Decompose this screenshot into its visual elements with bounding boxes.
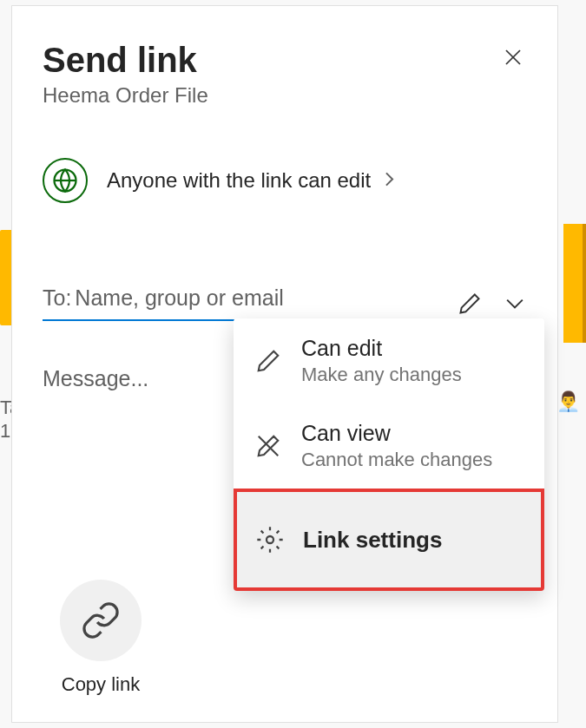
dropdown-text: Can edit Make any changes	[301, 336, 462, 386]
globe-icon-wrap	[43, 158, 88, 203]
dropdown-item-title: Can edit	[301, 336, 462, 361]
background-folder-right	[563, 224, 586, 343]
copy-link-button[interactable]	[60, 580, 142, 661]
dropdown-text: Can view Cannot make changes	[301, 421, 492, 471]
dropdown-item-title: Link settings	[303, 527, 442, 554]
dropdown-item-can-view[interactable]: Can view Cannot make changes	[234, 403, 544, 489]
copy-link-label: Copy link	[62, 673, 140, 696]
pencil-icon	[458, 292, 482, 316]
dropdown-item-link-settings[interactable]: Link settings	[234, 489, 544, 591]
dialog-header: Send link Heema Order File	[12, 41, 557, 108]
dropdown-item-can-edit[interactable]: Can edit Make any changes	[234, 318, 544, 403]
chevron-down-icon	[505, 298, 524, 310]
to-label: To:	[43, 285, 71, 311]
copy-link-section: Copy link	[60, 580, 142, 696]
link-icon	[81, 600, 121, 640]
edit-permission-button[interactable]	[456, 290, 484, 318]
title-group: Send link Heema Order File	[43, 41, 208, 108]
recipients-input-wrap[interactable]: To:	[43, 285, 437, 321]
send-link-dialog: Send link Heema Order File Anyone with t…	[11, 5, 558, 723]
gear-icon	[254, 524, 286, 555]
pencil-icon	[253, 345, 284, 377]
chevron-right-icon	[384, 168, 395, 192]
background-avatar-icon: 👨‍💼	[556, 390, 580, 413]
recipients-row: To:	[12, 285, 557, 321]
dropdown-item-subtitle: Cannot make changes	[301, 449, 492, 471]
recipients-input[interactable]	[75, 285, 437, 311]
permission-text: Anyone with the link can edit	[107, 168, 527, 193]
link-permission-row[interactable]: Anyone with the link can edit	[12, 158, 557, 203]
globe-icon	[52, 167, 78, 193]
pencil-crossed-icon	[253, 430, 284, 462]
background-text-2: 1	[0, 420, 10, 443]
dialog-subtitle: Heema Order File	[43, 83, 208, 108]
svg-line-4	[259, 436, 279, 456]
dropdown-text: Link settings	[303, 527, 442, 554]
permission-dropdown-menu: Can edit Make any changes Can view Canno…	[234, 318, 544, 591]
svg-point-5	[267, 536, 273, 543]
permission-dropdown-button[interactable]	[503, 292, 527, 316]
close-button[interactable]	[499, 43, 527, 71]
background-folder-left	[0, 230, 11, 325]
dropdown-item-title: Can view	[301, 421, 492, 446]
dialog-title: Send link	[43, 41, 208, 80]
dropdown-item-subtitle: Make any changes	[301, 364, 462, 386]
close-icon	[503, 47, 523, 68]
